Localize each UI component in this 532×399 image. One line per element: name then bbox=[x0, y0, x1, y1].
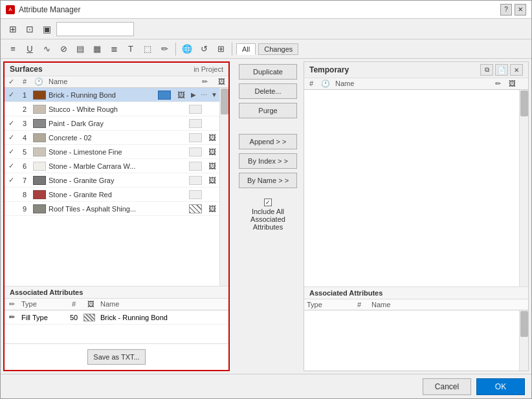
right-table-scrollbar[interactable] bbox=[519, 90, 528, 286]
icon-underline[interactable]: U bbox=[23, 42, 37, 56]
left-panel: Surfaces in Project ✓ # 🕐 Name ✏ 🖼 ✓ 1 bbox=[3, 61, 230, 371]
right-table-body bbox=[304, 90, 528, 286]
footer-row: Cancel OK bbox=[1, 374, 531, 398]
help-button[interactable]: ? bbox=[500, 4, 512, 16]
col-img-header: 🖼 bbox=[214, 78, 228, 86]
table-row[interactable]: 2 Stucco - White Rough bbox=[5, 102, 219, 116]
title-bar: A Attribute Manager ? ✕ bbox=[1, 1, 531, 19]
title-bar-controls: ? ✕ bbox=[500, 4, 526, 16]
table-row[interactable]: 8 Stone - Granite Red bbox=[5, 188, 219, 202]
icon-surfaces[interactable]: ≡ bbox=[6, 42, 20, 56]
col-num-header: # bbox=[17, 78, 32, 86]
assoc-row[interactable]: ✏ Fill Type 50 Brick - Running Bond bbox=[5, 310, 228, 325]
include-all-checkbox-row bbox=[264, 199, 272, 206]
icon-wave[interactable]: ∿ bbox=[39, 42, 54, 56]
left-assoc-body: ✏ Fill Type 50 Brick - Running Bond bbox=[5, 310, 228, 343]
icon-globe[interactable]: 🌐 bbox=[180, 42, 194, 56]
icon-list[interactable]: ≣ bbox=[107, 42, 121, 56]
icon-frame[interactable]: ⬚ bbox=[140, 42, 155, 56]
icon-grid[interactable]: ▦ bbox=[90, 42, 104, 56]
table-row[interactable]: ✓ 6 Stone - Marble Carrara W... 🖼 bbox=[5, 159, 219, 173]
temp-header: Temporary ⧉ 📄 ✕ bbox=[304, 62, 528, 78]
right-assoc-scrollbar-thumb bbox=[520, 311, 528, 337]
doc-btn[interactable]: 📄 bbox=[495, 64, 508, 76]
copy-btn[interactable]: ⧉ bbox=[480, 64, 493, 76]
temp-controls: ⧉ 📄 ✕ bbox=[480, 64, 523, 76]
by-index-button[interactable]: By Index > > bbox=[239, 153, 297, 169]
right-assoc-header: Associated Attributes bbox=[304, 287, 528, 299]
right-scrollbar-thumb bbox=[520, 91, 528, 116]
include-all-area: Include AllAssociatedAttributes bbox=[250, 199, 285, 231]
left-panel-header: Surfaces in Project bbox=[5, 63, 228, 76]
purge-button[interactable]: Purge bbox=[239, 103, 297, 118]
icon-fill[interactable]: ▤ bbox=[73, 42, 87, 56]
left-assoc-table-header: ✏ Type # 🖼 Name bbox=[5, 299, 228, 310]
left-assoc-title: Associated Attributes bbox=[10, 288, 83, 296]
table-row[interactable]: ✓ 4 Concrete - 02 🖼 bbox=[5, 131, 219, 145]
save-area: Save as TXT... bbox=[5, 343, 228, 370]
include-all-checkbox[interactable] bbox=[264, 199, 272, 206]
app-icon: A bbox=[6, 5, 15, 14]
col-swatch-header: ✏ bbox=[195, 78, 214, 86]
left-panel-title: Surfaces bbox=[10, 65, 43, 74]
icon-view2[interactable]: ⊡ bbox=[23, 22, 37, 36]
col-icon-header: 🕐 bbox=[32, 78, 46, 86]
tab-row: ≡ U ∿ ⊘ ▤ ▦ ≣ T ⬚ ✏ 🌐 ↺ ⊞ All Changes bbox=[1, 39, 531, 59]
right-assoc-title: Associated Attributes bbox=[309, 289, 382, 297]
toolbar-row-1: ⊞ ⊡ ▣ bbox=[1, 19, 531, 39]
middle-panel: Duplicate Delete... Purge Append > > By … bbox=[232, 59, 304, 374]
left-scrollbar-thumb bbox=[221, 89, 228, 114]
table-row[interactable]: ✓ 7 Stone - Granite Gray 🖼 bbox=[5, 173, 219, 188]
delete-button[interactable]: Delete... bbox=[239, 83, 297, 99]
left-table-rows: ✓ 1 Brick - Running Bond 🖼 ▶ ⋯ ▼ 2 bbox=[5, 88, 219, 286]
icon-view1[interactable]: ⊞ bbox=[6, 22, 20, 36]
close-right-btn[interactable]: ✕ bbox=[510, 64, 523, 76]
left-table-body: ✓ 1 Brick - Running Bond 🖼 ▶ ⋯ ▼ 2 bbox=[5, 88, 228, 286]
main-content: Surfaces in Project ✓ # 🕐 Name ✏ 🖼 ✓ 1 bbox=[1, 59, 531, 374]
left-table-scrollbar[interactable] bbox=[219, 88, 228, 286]
duplicate-button[interactable]: Duplicate bbox=[239, 64, 297, 80]
col-check-header: ✓ bbox=[5, 78, 17, 86]
right-table-header: # 🕐 Name ✏ 🖼 bbox=[304, 78, 528, 90]
left-assoc-header: Associated Attributes bbox=[5, 286, 228, 299]
by-name-button[interactable]: By Name > > bbox=[239, 173, 297, 188]
title-bar-left: A Attribute Manager bbox=[6, 5, 80, 14]
append-button[interactable]: Append > > bbox=[239, 134, 297, 149]
right-assoc-body bbox=[304, 310, 528, 371]
right-assoc-scrollbar[interactable] bbox=[519, 310, 528, 371]
temp-title: Temporary bbox=[309, 65, 349, 74]
icon-text[interactable]: T bbox=[124, 42, 138, 56]
window-title: Attribute Manager bbox=[19, 5, 80, 14]
tab-all[interactable]: All bbox=[236, 43, 256, 55]
table-row[interactable]: ✓ 5 Stone - Limestone Fine 🖼 bbox=[5, 145, 219, 159]
save-txt-button[interactable]: Save as TXT... bbox=[87, 349, 146, 365]
left-panel-subtitle: in Project bbox=[194, 65, 223, 73]
col-name-header: Name bbox=[46, 78, 195, 86]
icon-edit[interactable]: ✏ bbox=[157, 42, 172, 56]
table-row[interactable]: ✓ 3 Paint - Dark Gray bbox=[5, 116, 219, 131]
include-all-label: Include AllAssociatedAttributes bbox=[250, 208, 285, 231]
attribute-manager-window: A Attribute Manager ? ✕ ⊞ ⊡ ▣ ≡ U ∿ ⊘ ▤ … bbox=[0, 0, 532, 399]
right-assoc-section: Associated Attributes Type # Name bbox=[304, 286, 528, 371]
tab-separator bbox=[175, 43, 176, 56]
icon-grid2[interactable]: ⊞ bbox=[214, 42, 228, 56]
table-row[interactable]: ✓ 1 Brick - Running Bond 🖼 ▶ ⋯ ▼ bbox=[5, 88, 219, 102]
search-input[interactable] bbox=[56, 22, 134, 36]
close-button[interactable]: ✕ bbox=[515, 4, 526, 16]
right-assoc-table-header: Type # Name bbox=[304, 299, 528, 310]
tab-changes[interactable]: Changes bbox=[258, 43, 298, 55]
left-table-header: ✓ # 🕐 Name ✏ 🖼 bbox=[5, 76, 228, 88]
table-row[interactable]: 9 Roof Tiles - Asphalt Shing... 🖼 bbox=[5, 202, 219, 216]
icon-view3[interactable]: ▣ bbox=[39, 22, 54, 36]
tab-separator2 bbox=[232, 43, 232, 56]
icon-pattern[interactable]: ⊘ bbox=[56, 42, 71, 56]
ok-button[interactable]: OK bbox=[476, 378, 525, 395]
right-panel: Temporary ⧉ 📄 ✕ # 🕐 Name ✏ 🖼 bbox=[304, 61, 529, 371]
icon-refresh[interactable]: ↺ bbox=[197, 42, 211, 56]
cancel-button[interactable]: Cancel bbox=[423, 378, 471, 395]
left-assoc-section: Associated Attributes ✏ Type # 🖼 Name ✏ … bbox=[5, 286, 228, 370]
